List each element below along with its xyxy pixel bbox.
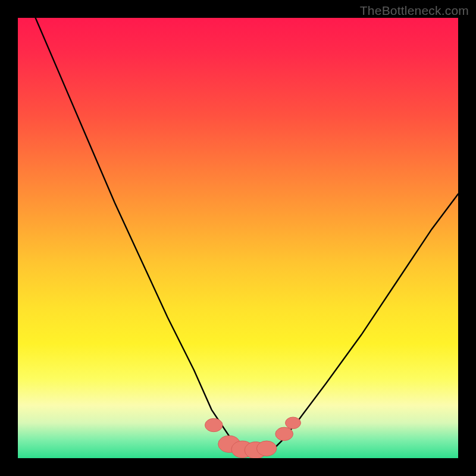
marker-left-spot-1 <box>205 418 223 431</box>
bottleneck-curve <box>36 18 458 454</box>
watermark-label: TheBottleneck.com <box>360 4 469 18</box>
curve-markers <box>205 417 301 458</box>
marker-right-spot-2 <box>286 417 301 429</box>
marker-bottom-blob-4 <box>256 441 276 456</box>
chart-frame: TheBottleneck.com <box>0 0 476 476</box>
curve-svg <box>18 18 458 458</box>
marker-right-spot-1 <box>275 427 293 440</box>
plot-area <box>18 18 458 458</box>
